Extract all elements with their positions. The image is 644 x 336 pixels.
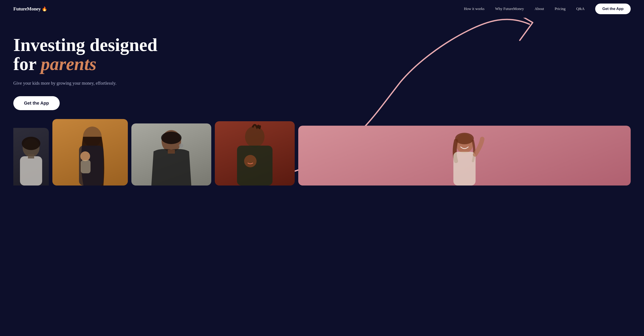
person-silhouette-2 [52,119,128,185]
hero-content: Investing designed for parents Give your… [13,35,169,110]
svg-rect-17 [453,152,476,185]
photo-gallery [13,110,631,185]
nav-get-app-button[interactable]: Get the App [595,3,631,14]
photo-card-1 [13,128,49,185]
brand-flame: 🔥 [42,6,47,11]
person-silhouette-1 [13,128,49,185]
nav-link-about[interactable]: About [534,7,544,11]
photo-card-2 [52,119,128,185]
nav-link-pricing[interactable]: Pricing [554,7,566,11]
hero-title: Investing designed for parents [13,35,169,74]
nav-links: How it works Why FutureMoney About Prici… [464,3,631,14]
svg-point-16 [455,133,474,144]
hero-title-accent: parents [41,54,96,74]
svg-point-9 [161,132,182,144]
person-silhouette-4 [215,121,295,185]
hero-subtitle: Give your kids more by growing your mone… [13,80,169,86]
hero-section: Investing designed for parents Give your… [0,18,644,185]
nav-link-qa[interactable]: Q&A [576,7,585,11]
svg-point-12 [245,126,264,147]
svg-rect-7 [81,160,90,173]
photo-card-5 [298,126,631,185]
svg-point-6 [80,151,90,161]
svg-rect-11 [168,150,175,154]
svg-point-14 [244,155,256,167]
svg-point-1 [22,137,40,150]
hero-get-app-button[interactable]: Get the App [13,96,60,110]
person-silhouette-5 [442,126,487,185]
navbar: FutureMoney 🔥 How it works Why FutureMon… [0,0,644,18]
svg-rect-2 [20,156,42,185]
photo-card-4 [215,121,295,185]
svg-rect-13 [237,146,272,185]
person-silhouette-3 [131,124,211,185]
nav-link-how-it-works[interactable]: How it works [464,7,485,11]
brand-name: FutureMoney [13,6,41,12]
svg-point-10 [179,143,183,148]
nav-link-why-futuremoney[interactable]: Why FutureMoney [495,7,524,11]
svg-rect-3 [28,154,34,159]
logo[interactable]: FutureMoney 🔥 [13,6,47,12]
photo-card-3 [131,124,211,185]
